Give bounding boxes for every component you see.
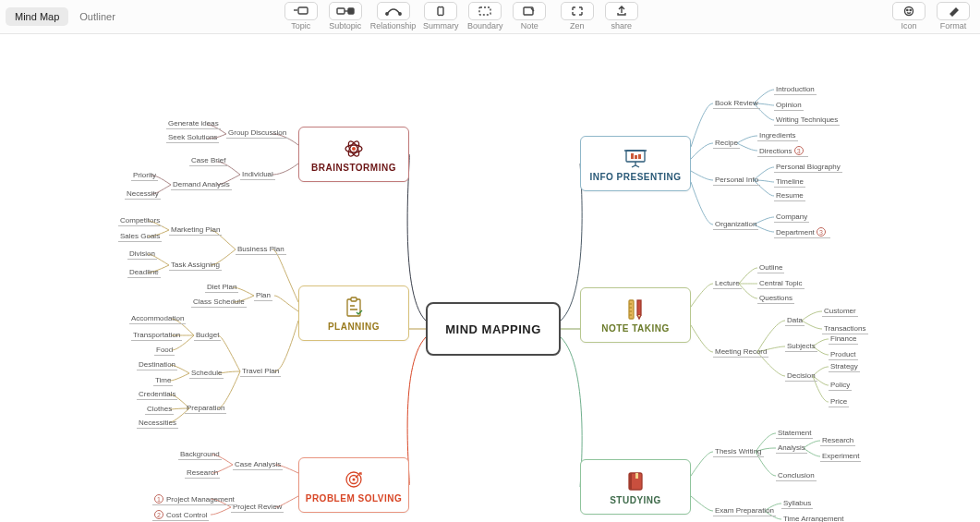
main-problem-solving[interactable]: PROBLEM SOLVING xyxy=(298,457,409,513)
main-planning[interactable]: PLANNING xyxy=(298,285,409,341)
leaf[interactable]: Exam Preparation xyxy=(713,506,776,516)
leaf[interactable]: Department 3 xyxy=(774,227,830,238)
leaf[interactable]: Sales Goals xyxy=(118,232,162,242)
leaf[interactable]: Meeting Record xyxy=(713,347,768,358)
leaf[interactable]: Writing Techniques xyxy=(774,115,840,126)
top-toolbar: Mind Map Outliner Topic Subtopic Relatio… xyxy=(0,0,980,34)
tool-note[interactable]: Note xyxy=(510,2,549,30)
leaf[interactable]: Credentials xyxy=(137,390,177,400)
leaf[interactable]: Introduction xyxy=(774,85,817,95)
leaf[interactable]: Opinion xyxy=(774,101,804,111)
leaf[interactable]: Diet Plan xyxy=(205,283,238,293)
leaf[interactable]: Preparation xyxy=(185,404,226,414)
leaf[interactable]: Product xyxy=(829,350,858,360)
leaf[interactable]: Organization xyxy=(713,220,758,230)
tool-boundary[interactable]: Boundary xyxy=(466,2,504,30)
leaf[interactable]: 2Cost Control xyxy=(152,510,209,521)
leaf[interactable]: Generate ideas xyxy=(166,119,221,129)
leaf[interactable]: Schedule xyxy=(189,369,224,379)
leaf[interactable]: Thesis Writing xyxy=(713,447,764,457)
leaf[interactable]: Clothes xyxy=(145,405,174,415)
leaf[interactable]: Time Arrangement xyxy=(781,515,846,522)
leaf[interactable]: Time xyxy=(153,376,173,386)
tool-icon[interactable]: Icon xyxy=(889,2,928,30)
leaf[interactable]: Background xyxy=(178,450,222,460)
leaf[interactable]: Transactions xyxy=(822,324,868,334)
leaf[interactable]: Research xyxy=(185,468,220,479)
leaf[interactable]: Class Schedule xyxy=(191,297,247,308)
leaf[interactable]: Directions 3 xyxy=(757,146,808,157)
leaf[interactable]: 1Project Management xyxy=(152,494,236,505)
leaf[interactable]: Accommodation xyxy=(129,314,186,324)
leaf[interactable]: Marketing Plan xyxy=(169,225,222,236)
leaf[interactable]: Business Plan xyxy=(236,245,286,255)
leaf[interactable]: Research xyxy=(820,436,855,446)
leaf[interactable]: Statement xyxy=(776,429,813,439)
main-studying[interactable]: STUDYING xyxy=(580,459,691,515)
leaf[interactable]: Company xyxy=(774,212,809,223)
tool-format[interactable]: Format xyxy=(934,2,973,30)
clipboard-icon xyxy=(344,296,364,320)
leaf[interactable]: Case Brief xyxy=(189,156,227,166)
tool-share[interactable]: share xyxy=(602,2,641,30)
svg-point-13 xyxy=(352,147,356,151)
svg-rect-21 xyxy=(635,155,637,159)
central-topic[interactable]: MIND MAPPING xyxy=(426,302,561,356)
svg-point-4 xyxy=(398,13,400,15)
ruler-pencil-icon xyxy=(625,297,646,322)
leaf[interactable]: Price xyxy=(829,397,849,407)
leaf[interactable]: Central Topic xyxy=(757,279,805,289)
leaf[interactable]: Decision xyxy=(785,371,817,382)
leaf[interactable]: Lecture xyxy=(713,279,742,289)
leaf[interactable]: Demand Analysis xyxy=(171,180,232,190)
leaf[interactable]: Competitors xyxy=(118,216,162,226)
leaf[interactable]: Project Review xyxy=(231,503,284,513)
leaf[interactable]: Plan xyxy=(254,291,272,301)
leaf[interactable]: Food xyxy=(154,346,175,356)
leaf[interactable]: Transportation xyxy=(131,331,182,341)
leaf[interactable]: Travel Plan xyxy=(240,367,281,377)
leaf[interactable]: Individual xyxy=(240,170,275,180)
tool-zen[interactable]: Zen xyxy=(558,2,597,30)
leaf[interactable]: Necessities xyxy=(137,419,178,429)
leaf[interactable]: Strategy xyxy=(829,362,860,372)
tool-relationship[interactable]: Relationship xyxy=(370,2,417,30)
main-brainstorming[interactable]: BRAINSTORMING xyxy=(298,127,409,182)
leaf[interactable]: Analysis xyxy=(776,443,807,454)
leaf[interactable]: Syllabus xyxy=(781,499,813,509)
leaf[interactable]: Group Discussion xyxy=(226,128,288,139)
mind-map-canvas[interactable]: MIND MAPPING BRAINSTORMING PLANNING PROB… xyxy=(0,34,980,522)
leaf[interactable]: Subjects xyxy=(785,342,817,352)
leaf[interactable]: Resume xyxy=(774,191,805,201)
leaf[interactable]: Outline xyxy=(757,263,784,273)
tab-mind-map[interactable]: Mind Map xyxy=(6,7,68,26)
leaf[interactable]: Task Assigning xyxy=(169,261,222,271)
leaf[interactable]: Policy xyxy=(829,381,852,391)
leaf[interactable]: Personal Biography xyxy=(774,163,842,173)
leaf[interactable]: Recipe xyxy=(713,139,740,149)
main-info-presenting[interactable]: INFO PRESENTING xyxy=(580,136,691,191)
tool-topic[interactable]: Topic xyxy=(282,2,321,30)
leaf[interactable]: Customer xyxy=(822,307,858,317)
tool-subtopic[interactable]: Subtopic xyxy=(326,2,365,30)
tab-outliner[interactable]: Outliner xyxy=(70,7,125,26)
leaf[interactable]: Book Review xyxy=(713,99,760,109)
leaf[interactable]: Destination xyxy=(137,360,177,370)
leaf[interactable]: Questions xyxy=(757,294,794,304)
leaf[interactable]: Experiment xyxy=(820,452,861,462)
leaf[interactable]: Ingredients xyxy=(757,131,798,141)
leaf[interactable]: Priority xyxy=(131,171,158,181)
leaf[interactable]: Conclusion xyxy=(776,471,817,481)
leaf[interactable]: Finance xyxy=(829,334,858,345)
main-note-taking[interactable]: NOTE TAKING xyxy=(580,287,691,343)
leaf[interactable]: Budget xyxy=(194,331,221,341)
tool-summary[interactable]: Summary xyxy=(421,2,460,30)
leaf[interactable]: Division xyxy=(127,249,157,260)
leaf[interactable]: Timeline xyxy=(774,177,805,188)
leaf[interactable]: Seek Solutions xyxy=(166,133,219,143)
leaf[interactable]: Case Analysis xyxy=(233,460,283,470)
leaf[interactable]: Necessity xyxy=(125,189,161,200)
leaf[interactable]: Data xyxy=(785,316,805,326)
leaf[interactable]: Personal Info xyxy=(713,176,760,186)
leaf[interactable]: Deadline xyxy=(127,268,161,278)
